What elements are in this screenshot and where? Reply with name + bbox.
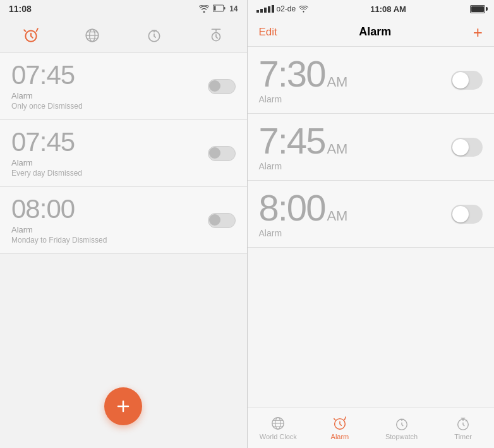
ios-tab-timer[interactable]: Timer <box>438 416 488 440</box>
android-time: 11:08 <box>9 4 32 14</box>
alarm-nav-icon <box>23 27 39 44</box>
android-battery-label: 14 <box>229 4 238 13</box>
ios-toggle-2[interactable] <box>451 138 483 157</box>
ios-alarm-item-3[interactable]: 8:00AM Alarm <box>248 181 495 248</box>
stopwatch-nav-icon <box>146 27 162 44</box>
android-nav <box>0 18 247 53</box>
android-alarm-time-2: 07:45 <box>11 129 82 155</box>
ios-carrier: o2-de <box>277 4 296 13</box>
ios-tab-stopwatch[interactable]: Stopwatch <box>377 416 427 440</box>
ios-edit-button[interactable]: Edit <box>259 26 277 39</box>
nav-timer[interactable] <box>200 20 232 51</box>
android-toggle-1[interactable] <box>208 79 236 94</box>
ios-alarm-label-1: Alarm <box>259 94 348 104</box>
ios-alarm-time-1: 7:30AM <box>259 56 348 92</box>
ios-nav-bar: Edit Alarm + <box>248 18 495 47</box>
android-alarm-item-1[interactable]: 07:45 Alarm Only once Dismissed <box>0 53 247 120</box>
world-clock-tab-icon <box>270 416 286 431</box>
add-alarm-fab[interactable] <box>104 387 142 425</box>
svg-rect-2 <box>214 6 216 11</box>
ios-tab-alarm[interactable]: Alarm <box>315 416 365 440</box>
ios-tab-world-clock[interactable]: World Clock <box>253 416 303 440</box>
android-alarm-label-3: Alarm <box>11 225 107 234</box>
android-status-bar: 11:08 14 <box>0 0 247 18</box>
android-battery <box>213 4 226 13</box>
ios-toggle-1[interactable] <box>451 71 483 90</box>
ios-alarm-label-2: Alarm <box>259 161 348 171</box>
android-battery-icon <box>213 4 226 12</box>
android-alarm-label-2: Alarm <box>11 158 82 167</box>
ios-status-bar: o2-de 11:08 AM <box>248 0 495 18</box>
ios-clock-panel: o2-de 11:08 AM Edit Alarm + 7:30AM Alarm <box>248 0 495 448</box>
timer-nav-icon <box>208 27 224 44</box>
alarm-tab-icon <box>332 416 347 431</box>
android-alarm-repeat-2: Every day Dismissed <box>11 169 82 178</box>
stopwatch-tab-icon <box>394 416 409 431</box>
ios-add-alarm-button[interactable]: + <box>473 24 483 40</box>
ios-alarm-item-2[interactable]: 7:45AM Alarm <box>248 114 495 181</box>
ios-battery-icon <box>470 5 485 13</box>
ios-alarm-item-1[interactable]: 7:30AM Alarm <box>248 47 495 114</box>
ios-tab-stopwatch-label: Stopwatch <box>385 433 418 440</box>
timer-tab-icon <box>455 416 471 431</box>
ios-alarm-time-2: 7:45AM <box>259 123 348 159</box>
android-alarm-item-2[interactable]: 07:45 Alarm Every day Dismissed <box>0 120 247 187</box>
ios-tab-world-clock-label: World Clock <box>260 433 297 440</box>
nav-world-clock[interactable] <box>76 20 108 51</box>
ios-toggle-3[interactable] <box>451 205 483 224</box>
wifi-icon <box>199 5 209 13</box>
ios-tab-alarm-label: Alarm <box>331 433 349 440</box>
android-alarm-label-1: Alarm <box>11 91 83 100</box>
ios-page-title: Alarm <box>359 25 391 39</box>
ios-tab-bar: World Clock Alarm Stopwatch <box>248 408 495 448</box>
world-clock-nav-icon <box>84 27 100 44</box>
android-toggle-2[interactable] <box>208 146 236 161</box>
android-alarm-item-3[interactable]: 08:00 Alarm Monday to Friday Dismissed <box>0 187 247 254</box>
android-toggle-3[interactable] <box>208 213 236 228</box>
ios-wifi-icon <box>299 6 308 13</box>
ios-signal-bars <box>256 5 274 13</box>
android-status-icons: 14 <box>199 4 238 13</box>
android-clock-panel: 11:08 14 <box>0 0 247 448</box>
ios-tab-timer-label: Timer <box>454 433 472 440</box>
nav-stopwatch[interactable] <box>138 20 170 51</box>
ios-alarm-label-3: Alarm <box>259 228 348 238</box>
plus-icon <box>114 397 132 415</box>
android-alarm-repeat-3: Monday to Friday Dismissed <box>11 236 107 245</box>
android-alarm-time-3: 08:00 <box>11 196 107 222</box>
ios-status-time: 11:08 AM <box>308 4 468 14</box>
svg-rect-1 <box>224 7 226 9</box>
ios-alarm-time-3: 8:00AM <box>259 190 348 226</box>
ios-alarm-list: 7:30AM Alarm 7:45AM Alarm 8:00AM Alarm <box>248 47 495 408</box>
android-alarm-time-1: 07:45 <box>11 62 83 88</box>
nav-alarm[interactable] <box>15 20 47 51</box>
android-alarm-repeat-1: Only once Dismissed <box>11 102 83 111</box>
